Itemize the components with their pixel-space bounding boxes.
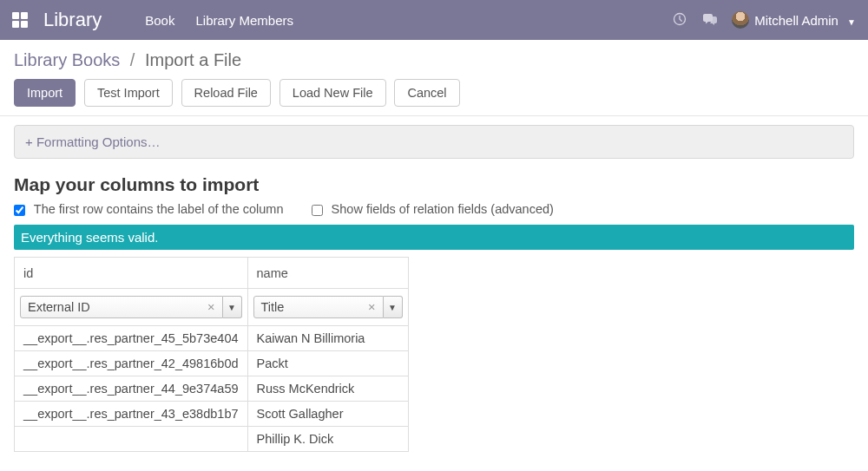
field-select-id-value: External ID <box>28 300 90 314</box>
activity-icon[interactable] <box>673 12 687 29</box>
avatar[interactable] <box>732 11 749 29</box>
chevron-down-icon[interactable]: ▼ <box>384 296 403 318</box>
field-select-row: External ID × ▼ Title × ▼ <box>15 289 409 326</box>
clear-icon[interactable]: × <box>368 300 375 314</box>
field-select-name[interactable]: Title × ▼ <box>253 296 403 318</box>
section-title: Map your columns to import <box>14 174 854 195</box>
cell-name: Phillip K. Dick <box>247 427 408 452</box>
cell-name: Packt <box>247 351 408 376</box>
messages-icon[interactable] <box>702 12 718 29</box>
cell-name: Scott Gallagher <box>247 402 408 427</box>
cell-id: __export__.res_partner_44_9e374a59 <box>15 376 248 402</box>
breadcrumb: Library Books / Import a File <box>14 50 854 70</box>
show-relation-checkbox-label[interactable]: Show fields of relation fields (advanced… <box>312 202 554 216</box>
nav-link-library-members[interactable]: Library Members <box>195 13 293 28</box>
import-button[interactable]: Import <box>14 79 76 107</box>
breadcrumb-parent[interactable]: Library Books <box>14 50 120 69</box>
cell-name: Russ McKendrick <box>247 376 408 402</box>
action-buttons: Import Test Import Reload File Load New … <box>14 79 854 107</box>
test-import-button[interactable]: Test Import <box>84 79 173 107</box>
import-preview-table: id name External ID × ▼ T <box>14 257 409 452</box>
chevron-down-icon[interactable]: ▼ <box>223 296 242 318</box>
nav-link-book[interactable]: Book <box>145 13 174 28</box>
first-row-checkbox[interactable] <box>14 205 25 216</box>
table-row: __export__.res_partner_44_9e374a59Russ M… <box>15 376 409 402</box>
show-relation-checkbox[interactable] <box>312 205 323 216</box>
table-row: __export__.res_partner_45_5b73e404Kaiwan… <box>15 326 409 351</box>
formatting-options-toggle[interactable]: + Formatting Options… <box>14 125 854 159</box>
clear-icon[interactable]: × <box>207 300 214 314</box>
cell-id: __export__.res_partner_43_e38db1b7 <box>15 402 248 427</box>
breadcrumb-current: Import a File <box>145 50 241 69</box>
cancel-button[interactable]: Cancel <box>394 79 459 107</box>
apps-icon[interactable] <box>12 12 28 28</box>
field-select-id[interactable]: External ID × ▼ <box>20 296 242 318</box>
table-row: Phillip K. Dick <box>15 427 409 452</box>
top-navbar: Library Book Library Members Mitchell Ad… <box>0 0 868 40</box>
reload-file-button[interactable]: Reload File <box>181 79 271 107</box>
table-row: __export__.res_partner_43_e38db1b7Scott … <box>15 402 409 427</box>
show-relation-checkbox-text: Show fields of relation fields (advanced… <box>332 202 554 216</box>
load-new-file-button[interactable]: Load New File <box>279 79 386 107</box>
cell-id <box>15 427 248 452</box>
user-name-label: Mitchell Admin <box>754 13 838 28</box>
chevron-down-icon: ▼ <box>847 17 856 27</box>
column-header-name: name <box>247 258 408 289</box>
breadcrumb-separator: / <box>130 50 135 69</box>
status-bar: Everything seems valid. <box>14 225 854 250</box>
cell-id: __export__.res_partner_45_5b73e404 <box>15 326 248 351</box>
first-row-checkbox-label[interactable]: The first row contains the label of the … <box>14 202 287 216</box>
cell-id: __export__.res_partner_42_49816b0d <box>15 351 248 376</box>
table-row: __export__.res_partner_42_49816b0dPackt <box>15 351 409 376</box>
column-header-id: id <box>15 258 248 289</box>
first-row-checkbox-text: The first row contains the label of the … <box>34 202 284 216</box>
user-menu[interactable]: Mitchell Admin ▼ <box>754 13 856 28</box>
table-header-row: id name <box>15 258 409 289</box>
brand-label[interactable]: Library <box>43 9 102 31</box>
checkbox-row: The first row contains the label of the … <box>14 202 854 216</box>
field-select-name-value: Title <box>261 300 285 314</box>
cell-name: Kaiwan N Billimoria <box>247 326 408 351</box>
control-panel: Library Books / Import a File Import Tes… <box>0 40 868 107</box>
import-main: + Formatting Options… Map your columns t… <box>0 116 868 461</box>
